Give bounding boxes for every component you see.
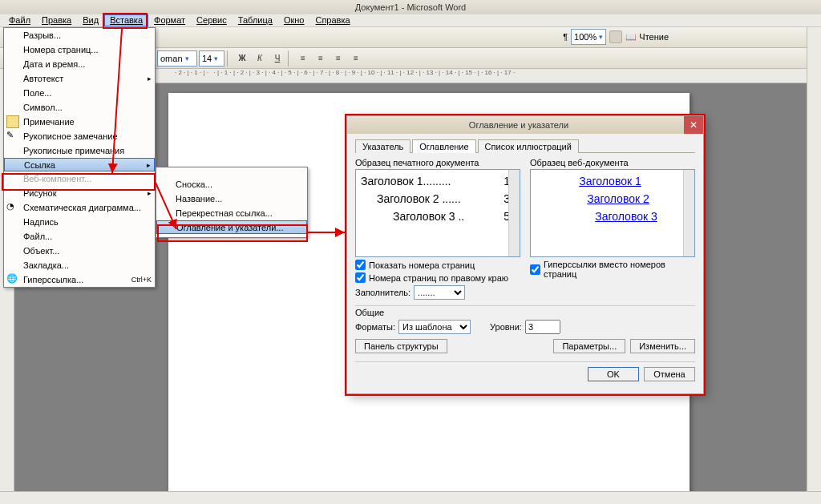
menu-item-hyperlink[interactable]: 🌐Гиперссылка...Ctrl+K [4,272,155,287]
dialog-title: Оглавление и указатели [354,120,684,130]
web-preview-scrollbar[interactable] [683,170,694,256]
zoom-select[interactable]: 100% [571,29,606,45]
menu-item-pagenum[interactable]: Номера страниц... [4,42,155,57]
window-title: Документ1 - Microsoft Word [0,0,821,14]
font-select[interactable]: oman [157,50,197,67]
pilcrow-icon[interactable]: ¶ [563,32,568,42]
menu-item-field[interactable]: Поле... [4,86,155,100]
menu-item-file[interactable]: Файл... [4,229,155,244]
tab-illustrations[interactable]: Список иллюстраций [478,139,579,153]
dialog-tabs: Указатель Оглавление Список иллюстраций [347,134,703,152]
menu-item-comment[interactable]: Примечание [4,115,155,129]
menubar: Файл Правка Вид Вставка Формат Сервис Та… [0,14,821,27]
filler-select[interactable]: ....... [414,285,465,300]
show-pages-checkbox[interactable] [355,260,366,270]
formats-select[interactable]: Из шаблона [398,320,471,334]
ink-icon: ✎ [6,130,19,143]
menu-file[interactable]: Файл [3,14,36,26]
align-center-icon[interactable]: ≡ [313,50,329,67]
toolbar-zoom-group: ¶ 100% 📖 Чтение [563,29,669,45]
tab-index[interactable]: Указатель [355,139,410,153]
toc-dialog: Оглавление и указатели ✕ Указатель Оглав… [346,115,704,394]
menu-item-break[interactable]: Разрыв... [4,28,155,42]
web-preview-box: Заголовок 1 Заголовок 2 Заголовок 3 [530,169,695,257]
fontsize-select[interactable]: 14 [199,50,224,67]
insert-menu-dropdown: Разрыв... Номера страниц... Дата и время… [3,27,156,288]
web-sample-label: Образец веб-документа [530,158,695,167]
italic-button[interactable]: К [252,50,268,67]
task-pane-strip [807,27,821,491]
reference-submenu: Сноска... Название... Перекрестная ссылк… [156,167,308,238]
menu-item-picture[interactable]: Рисунок▸ [4,186,155,200]
print-preview-scrollbar[interactable] [508,170,520,256]
align-right-icon[interactable]: ≡ [330,50,346,67]
comment-icon [6,115,19,128]
menu-view[interactable]: Вид [77,14,104,26]
menu-service[interactable]: Сервис [191,14,233,26]
menu-item-diagram[interactable]: ◔Схематическая диаграмма... [4,200,155,215]
menu-item-object[interactable]: Объект... [4,244,155,258]
ok-button[interactable]: OK [588,367,639,381]
submenu-toc[interactable]: Оглавление и указатели... [156,220,307,234]
dialog-titlebar: Оглавление и указатели ✕ [347,116,703,134]
menu-edit[interactable]: Правка [36,14,77,26]
help-icon[interactable] [609,30,622,43]
menu-item-caption[interactable]: Надпись [4,215,155,229]
print-preview-box: Заголовок 1.........1 Заголовок 2 ......… [355,169,520,257]
globe-icon: 🌐 [6,273,19,286]
cancel-button[interactable]: Отмена [644,367,695,381]
outline-panel-button[interactable]: Панель структуры [355,339,447,353]
align-left-icon[interactable]: ≡ [295,50,311,67]
menu-item-datetime[interactable]: Дата и время... [4,57,155,71]
menu-item-ink[interactable]: ✎Рукописное замечание [4,129,155,143]
modify-button[interactable]: Изменить... [630,339,695,353]
general-label: Общие [355,308,695,317]
submenu-footnote[interactable]: Сноска... [156,177,307,192]
menu-item-inknotes[interactable]: Рукописные примечания [4,143,155,158]
right-align-checkbox[interactable] [355,272,366,283]
filler-label: Заполнитель: [355,288,410,297]
menu-format[interactable]: Формат [148,14,191,26]
underline-button[interactable]: Ч [269,50,285,67]
submenu-caption[interactable]: Название... [156,192,307,206]
menu-item-webcomp: Веб-компонент... [4,171,155,186]
menu-item-symbol[interactable]: Символ... [4,100,155,115]
align-justify-icon[interactable]: ≡ [348,50,364,67]
reading-layout-button[interactable]: 📖 Чтение [625,32,669,42]
menu-window[interactable]: Окно [278,14,310,26]
submenu-crossref[interactable]: Перекрестная ссылка... [156,206,307,220]
menu-item-autotext[interactable]: Автотекст▸ [4,71,155,86]
diagram-icon: ◔ [6,201,19,214]
bold-button[interactable]: Ж [234,50,250,67]
status-bar [0,491,821,504]
menu-help[interactable]: Справка [309,14,355,26]
params-button[interactable]: Параметры... [553,339,625,353]
hyperlinks-checkbox[interactable] [530,264,540,275]
levels-spinner[interactable] [525,320,560,334]
menu-item-bookmark[interactable]: Закладка... [4,258,155,272]
print-sample-label: Образец печатного документа [355,158,520,167]
dialog-close-button[interactable]: ✕ [684,116,703,134]
menu-item-reference[interactable]: Ссылка▸ [4,158,155,171]
menu-table[interactable]: Таблица [233,14,278,26]
menu-insert[interactable]: Вставка [104,14,148,26]
tab-toc[interactable]: Оглавление [412,139,475,153]
formats-label: Форматы: [355,322,395,332]
levels-label: Уровни: [490,322,522,332]
